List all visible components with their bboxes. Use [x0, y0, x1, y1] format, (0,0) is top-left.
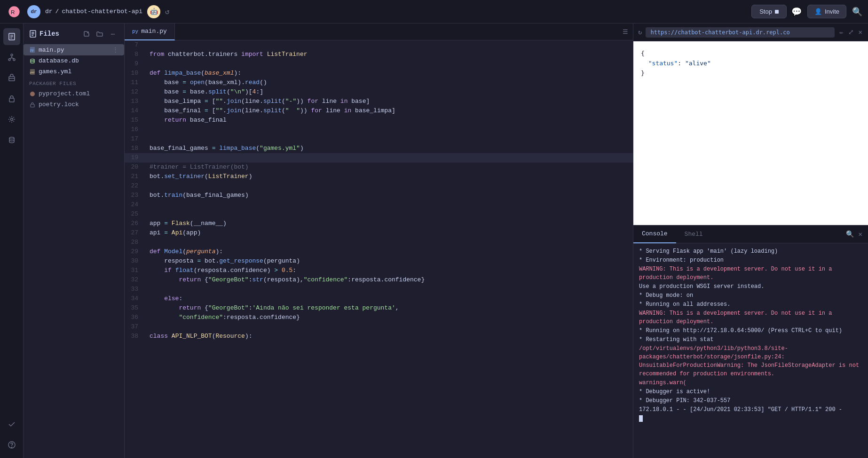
svg-point-8	[13, 59, 15, 61]
file-panel-header: Files ⋯	[24, 23, 124, 44]
console-tab-console[interactable]: Console	[633, 225, 676, 243]
sidebar-item-settings[interactable]	[3, 111, 20, 128]
console-line: warnings.warn(	[639, 379, 862, 387]
chat-icon[interactable]: 💬	[791, 7, 802, 17]
console-line: * Debug mode: on	[639, 291, 862, 300]
file-panel-actions: ⋯	[81, 28, 118, 39]
console-tab-shell[interactable]: Shell	[676, 225, 711, 243]
file-item-database-db[interactable]: database.db	[24, 55, 124, 66]
file-item-poetry-lock[interactable]: poetry.lock	[24, 99, 124, 110]
browser-url-input[interactable]	[646, 27, 835, 38]
console-line: 172.18.0.1 - - [24/Jun/2021 02:33:53] "G…	[639, 405, 862, 414]
sidebar-item-help[interactable]	[3, 436, 20, 453]
svg-rect-14	[9, 98, 14, 102]
code-line: 21bot.set_trainer(ListTrainer)	[125, 172, 633, 181]
code-line: 7	[125, 40, 633, 50]
svg-point-15	[10, 118, 13, 121]
browser-actions: ✏ ⤢ ✕	[838, 27, 863, 37]
toml-file-icon	[29, 91, 36, 97]
right-panel: ↻ ✏ ⤢ ✕ { "status": "alive" } Console	[633, 23, 868, 458]
project-icon[interactable]: 🤖	[147, 5, 160, 18]
code-line: 26app = Flask(__name__)	[125, 219, 633, 228]
python-file-icon: py	[29, 47, 36, 53]
topbar: R dr dr / chatbot-chatterbot-api 🤖 ↺ Sto…	[0, 0, 868, 23]
code-line: 36 "confidence":resposta.confidence}	[125, 313, 633, 322]
console-search-icon[interactable]: 🔍	[845, 229, 855, 239]
console-line: * Debugger is active!	[639, 388, 862, 396]
svg-point-6	[11, 54, 13, 56]
browser-preview: ↻ ✏ ⤢ ✕ { "status": "alive" }	[633, 23, 868, 225]
new-folder-button[interactable]	[94, 28, 105, 39]
user-avatar[interactable]: dr	[27, 5, 40, 18]
browser-content: { "status": "alive" }	[633, 41, 868, 225]
code-line: 31 if float(resposta.confidence) > 0.5:	[125, 266, 633, 275]
svg-text:R: R	[11, 8, 15, 15]
lock-file-icon	[29, 101, 36, 108]
code-line: 20#trainer = ListTrainer(bot)	[125, 163, 633, 172]
packager-section-label: Packager files	[24, 77, 124, 88]
topbar-right: 💬 👤 Invite 🔍	[791, 5, 862, 18]
sidebar-item-database[interactable]	[3, 132, 20, 148]
sidebar-item-files[interactable]	[3, 28, 20, 45]
browser-edit-icon[interactable]: ✏	[838, 27, 844, 37]
file-context-menu-main[interactable]: ⋮	[112, 46, 118, 54]
svg-point-28	[30, 92, 35, 96]
json-response: { "status": "alive" }	[641, 49, 860, 78]
history-icon[interactable]: ↺	[165, 7, 170, 16]
svg-rect-29	[31, 104, 34, 107]
code-line: 17	[125, 134, 633, 144]
svg-line-10	[9, 58, 12, 59]
file-item-games-yml[interactable]: yml games.yml	[24, 66, 124, 77]
sidebar-item-secrets[interactable]	[3, 90, 20, 107]
file-item-main-py[interactable]: py main.py ⋮	[24, 44, 124, 55]
svg-point-16	[9, 137, 14, 139]
code-line: 30 resposta = bot.get_response(pergunta)	[125, 256, 633, 266]
console-cursor-line	[639, 414, 862, 423]
code-line: 23bot.train(base_final_games)	[125, 191, 633, 200]
code-content[interactable]: 7 8from chatterbot.trainers import ListT…	[125, 40, 633, 458]
browser-close-icon[interactable]: ✕	[858, 27, 863, 37]
code-line: 8from chatterbot.trainers import ListTra…	[125, 50, 633, 59]
code-line: 16	[125, 125, 633, 134]
svg-text:yml: yml	[30, 71, 34, 74]
svg-point-18	[11, 447, 12, 448]
code-line: 32 return {"GeorgeBot":str(resposta),"co…	[125, 275, 633, 285]
code-line: 37	[125, 322, 633, 332]
more-options-button[interactable]: ⋯	[107, 28, 118, 39]
code-line: 18base_final_games = limpa_base("games.y…	[125, 144, 633, 153]
editor-tabs: py main.py ☰	[125, 23, 633, 40]
code-line: 14 base_final = ["".join(line.split(" ")…	[125, 106, 633, 116]
console-line: WARNING: This is a development server. D…	[639, 265, 862, 282]
db-file-icon	[29, 58, 36, 64]
editor-area: py main.py ☰ 7 8from chatterbot.trainers…	[125, 23, 633, 458]
console-cursor	[639, 415, 643, 422]
console-line: * Environment: production	[639, 256, 862, 264]
file-panel: Files ⋯ py main.py ⋮ database.db yml	[24, 23, 125, 458]
console-panel: Console Shell 🔍 ✕ * Serving Flask app 'm…	[633, 225, 868, 458]
console-line: /opt/virtualenvs/python3/lib/python3.8/s…	[639, 344, 862, 378]
file-item-pyproject-toml[interactable]: pyproject.toml	[24, 88, 124, 99]
svg-line-11	[12, 58, 14, 59]
browser-open-external-icon[interactable]: ⤢	[847, 27, 855, 37]
code-line: 35 return {"GeorgeBot":'Ainda não sei re…	[125, 303, 633, 313]
sidebar-item-git[interactable]	[3, 49, 20, 66]
code-line: 12 base = base.split("\n")[4:]	[125, 87, 633, 97]
browser-refresh-button[interactable]: ↻	[638, 28, 642, 36]
sidebar-item-check[interactable]	[3, 416, 20, 433]
console-clear-icon[interactable]: ✕	[858, 229, 863, 239]
console-actions: 🔍 ✕	[845, 229, 868, 239]
sidebar-icons	[0, 23, 24, 458]
editor-tab-main-py[interactable]: py main.py	[125, 23, 175, 40]
invite-button[interactable]: 👤 Invite	[807, 5, 846, 18]
console-line: * Running on all addresses.	[639, 300, 862, 309]
sidebar-item-packages[interactable]	[3, 70, 20, 86]
console-content: * Serving Flask app 'main' (lazy loading…	[633, 243, 868, 458]
replit-logo[interactable]: R	[6, 3, 23, 20]
breadcrumb: dr / chatbot-chatterbot-api	[45, 8, 142, 15]
new-file-button[interactable]	[81, 28, 92, 39]
browser-toolbar: ↻ ✏ ⤢ ✕	[633, 23, 868, 41]
tab-py-icon: py	[132, 29, 138, 34]
editor-menu-button[interactable]: ☰	[618, 28, 633, 36]
search-icon[interactable]: 🔍	[852, 7, 862, 17]
stop-button[interactable]: Stop	[751, 5, 787, 18]
